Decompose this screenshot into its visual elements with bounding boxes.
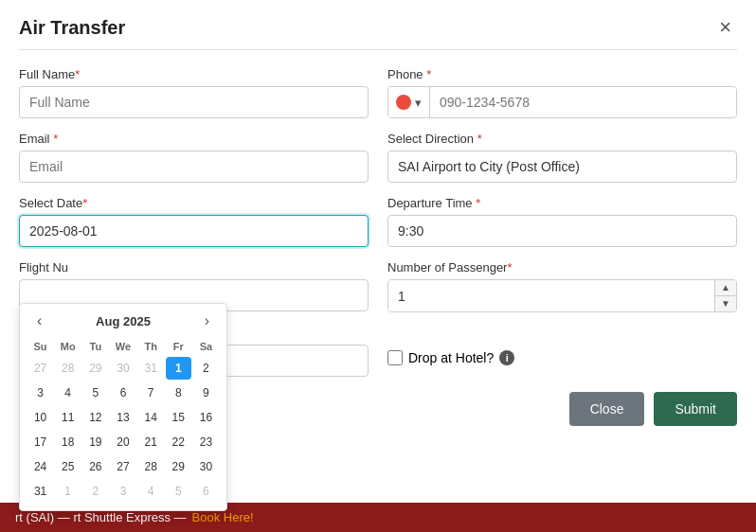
calendar-day[interactable]: 1 (55, 480, 81, 503)
calendar-header: ‹ Aug 2025 › (27, 311, 219, 330)
calendar-day-header: Th (138, 338, 164, 355)
calendar-day[interactable]: 16 (193, 406, 219, 429)
passenger-decrement-btn[interactable]: ▼ (715, 296, 736, 311)
calendar-day[interactable]: 30 (110, 357, 135, 380)
calendar-day[interactable]: 22 (166, 431, 191, 453)
calendar-day[interactable]: 2 (193, 357, 219, 380)
calendar-day-header: We (110, 338, 135, 355)
calendar-day[interactable]: 11 (55, 406, 81, 429)
calendar-day[interactable]: 4 (138, 480, 164, 503)
email-group: Email * (19, 132, 369, 183)
calendar-day-header: Su (27, 338, 53, 355)
close-button[interactable]: Close (569, 392, 645, 426)
calendar-day[interactable]: 23 (193, 431, 219, 453)
modal-overlay: Air Transfer × Full Name* Phone * (0, 0, 756, 532)
drop-hotel-row: Drop at Hotel? i (387, 350, 737, 365)
departure-time-input[interactable] (387, 215, 737, 247)
passenger-input[interactable] (388, 280, 714, 311)
direction-label: Select Direction * (387, 132, 737, 146)
calendar-day[interactable]: 12 (82, 406, 108, 429)
calendar-day[interactable]: 31 (27, 480, 53, 503)
modal-dialog: Air Transfer × Full Name* Phone * (0, 0, 756, 532)
drop-hotel-label (387, 326, 737, 340)
passenger-spinner: ▲ ▼ (387, 279, 737, 312)
passenger-label: Number of Passenger* (387, 260, 737, 275)
drop-hotel-text: Drop at Hotel? (408, 350, 494, 365)
submit-button[interactable]: Submit (654, 392, 737, 426)
phone-group: Phone * ▾ (387, 67, 737, 118)
email-input[interactable] (19, 151, 369, 183)
calendar-day[interactable]: 14 (138, 406, 164, 429)
calendar-day[interactable]: 27 (27, 357, 53, 380)
calendar-day[interactable]: 13 (110, 406, 135, 429)
departure-time-group: Departure Time * (387, 196, 737, 247)
flight-number-label: Flight Nu (19, 260, 369, 275)
calendar-day[interactable]: 9 (193, 381, 219, 404)
calendar-day-header: Tu (82, 338, 108, 355)
direction-group: Select Direction * (387, 132, 737, 183)
full-name-label: Full Name* (19, 67, 369, 81)
calendar-day[interactable]: 3 (27, 381, 53, 404)
modal-title: Air Transfer (19, 17, 125, 39)
calendar-day[interactable]: 6 (193, 480, 219, 503)
calendar-day[interactable]: 7 (138, 381, 164, 404)
calendar-day-header: Sa (193, 338, 219, 355)
modal-header: Air Transfer × (19, 15, 737, 50)
departure-time-label: Departure Time * (387, 196, 737, 210)
calendar-day[interactable]: 8 (166, 381, 191, 404)
calendar-grid: SuMoTuWeThFrSa27282930311234567891011121… (27, 338, 219, 503)
calendar-day[interactable]: 18 (55, 431, 81, 453)
calendar-next-button[interactable]: › (199, 311, 215, 330)
calendar-day[interactable]: 2 (82, 480, 108, 503)
calendar-day[interactable]: 20 (110, 431, 135, 453)
passenger-group: Number of Passenger* ▲ ▼ (387, 260, 737, 312)
calendar-day[interactable]: 19 (82, 431, 108, 453)
calendar-day[interactable]: 28 (138, 455, 164, 478)
phone-label: Phone * (387, 67, 737, 81)
date-label: Select Date* (19, 196, 369, 210)
calendar-day[interactable]: 21 (138, 431, 164, 453)
spinner-controls: ▲ ▼ (714, 280, 736, 311)
calendar-day-header: Fr (166, 338, 191, 355)
flag-dropdown-icon: ▾ (415, 96, 422, 110)
calendar-day[interactable]: 31 (138, 357, 164, 380)
modal-close-button[interactable]: × (713, 15, 737, 40)
phone-flag-selector[interactable]: ▾ (388, 87, 430, 117)
banner-book-link[interactable]: Book Here! (192, 510, 254, 524)
calendar-day[interactable]: 27 (110, 455, 135, 478)
calendar-day[interactable]: 1 (166, 357, 191, 380)
calendar-day[interactable]: 28 (55, 357, 81, 380)
phone-wrapper: ▾ (387, 86, 737, 118)
drop-hotel-checkbox[interactable] (387, 350, 403, 365)
calendar-day[interactable]: 10 (27, 406, 53, 429)
drop-hotel-group: Drop at Hotel? i (387, 326, 737, 377)
full-name-group: Full Name* (19, 67, 369, 118)
phone-input[interactable] (430, 87, 736, 117)
calendar-day[interactable]: 26 (82, 455, 108, 478)
passenger-increment-btn[interactable]: ▲ (715, 280, 736, 296)
direction-input[interactable] (387, 151, 737, 183)
info-icon[interactable]: i (499, 350, 514, 365)
calendar-day[interactable]: 4 (55, 381, 81, 404)
email-label: Email * (19, 132, 369, 146)
calendar-prev-button[interactable]: ‹ (31, 311, 47, 330)
calendar-day[interactable]: 17 (27, 431, 53, 453)
calendar-day[interactable]: 30 (193, 455, 219, 478)
calendar-day[interactable]: 15 (166, 406, 191, 429)
full-name-input[interactable] (19, 86, 369, 118)
japan-flag-icon (396, 95, 411, 110)
date-group: Select Date* (19, 196, 369, 247)
calendar-day[interactable]: 5 (166, 480, 191, 503)
banner-text: rt (SAI) — rt Shuttle Express — (15, 510, 187, 524)
calendar-day[interactable]: 3 (110, 480, 135, 503)
calendar-day[interactable]: 29 (166, 455, 191, 478)
date-input[interactable] (19, 215, 369, 247)
calendar-day[interactable]: 6 (110, 381, 135, 404)
calendar-day[interactable]: 24 (27, 455, 53, 478)
calendar-popup: ‹ Aug 2025 › SuMoTuWeThFrSa2728293031123… (19, 303, 227, 511)
calendar-month-year: Aug 2025 (96, 314, 151, 328)
calendar-day[interactable]: 25 (55, 455, 81, 478)
calendar-day[interactable]: 29 (82, 357, 108, 380)
calendar-day[interactable]: 5 (82, 381, 108, 404)
calendar-day-header: Mo (55, 338, 81, 355)
